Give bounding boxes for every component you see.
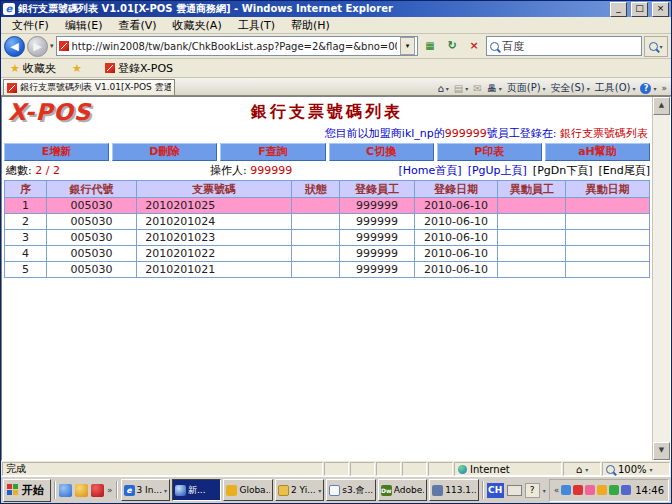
table-cell[interactable] bbox=[292, 214, 340, 230]
menu-item-5[interactable]: 工具(T) bbox=[231, 18, 282, 33]
table-cell[interactable]: 999999 bbox=[340, 198, 414, 214]
add-favorite-button[interactable]: ★ bbox=[66, 60, 96, 77]
table-cell[interactable]: 999999 bbox=[340, 246, 414, 262]
table-cell[interactable]: 2010201024 bbox=[137, 214, 292, 230]
table-cell[interactable]: 2 bbox=[5, 214, 47, 230]
ime-options-icon[interactable]: ▾ bbox=[543, 487, 546, 494]
task-button-3[interactable]: Globa... bbox=[223, 479, 272, 501]
print-dropdown-icon[interactable]: ▾ bbox=[499, 85, 502, 92]
close-button[interactable]: × bbox=[652, 2, 669, 17]
refresh-button[interactable]: ↻ bbox=[442, 36, 462, 57]
stop-button[interactable]: × bbox=[464, 36, 484, 57]
table-cell[interactable] bbox=[498, 198, 566, 214]
table-cell[interactable]: 5 bbox=[5, 262, 47, 278]
quick-launch-overflow-chevron[interactable]: » bbox=[107, 485, 113, 495]
table-cell[interactable]: 4 bbox=[5, 246, 47, 262]
table-cell[interactable]: 005030 bbox=[46, 214, 136, 230]
task-button-5[interactable]: s3.會... bbox=[326, 479, 375, 501]
table-cell[interactable]: 2010-06-10 bbox=[414, 230, 498, 246]
action-button-3[interactable]: F查詢 bbox=[220, 143, 325, 161]
table-cell[interactable] bbox=[292, 230, 340, 246]
search-input[interactable]: 百度 bbox=[486, 36, 642, 56]
table-cell[interactable] bbox=[292, 262, 340, 278]
start-button[interactable]: 开始 bbox=[3, 479, 51, 502]
tab-active[interactable]: 銀行支票號碼列表 V1.01[X-POS 雲通商務網] bbox=[3, 79, 175, 95]
table-cell[interactable]: 3 bbox=[5, 230, 47, 246]
scroll-up-button[interactable]: ▲ bbox=[653, 97, 670, 115]
menu-item-4[interactable]: 收藏夹(A) bbox=[166, 18, 229, 33]
menu-item-1[interactable]: 文件(F) bbox=[5, 18, 56, 33]
history-dropdown-icon[interactable]: ▾ bbox=[50, 42, 54, 50]
table-cell[interactable]: 2010-06-10 bbox=[414, 198, 498, 214]
protected-mode-button[interactable]: ⌂▾ bbox=[563, 462, 601, 476]
table-cell[interactable]: 2010-06-10 bbox=[414, 214, 498, 230]
feeds-dropdown-icon[interactable]: ▾ bbox=[465, 85, 468, 92]
table-cell[interactable] bbox=[498, 246, 566, 262]
language-indicator[interactable]: CH bbox=[487, 483, 504, 498]
action-button-6[interactable]: aH幫助 bbox=[545, 143, 650, 161]
table-cell[interactable]: 005030 bbox=[46, 230, 136, 246]
vertical-scrollbar[interactable]: ▲ ▼ bbox=[652, 97, 670, 460]
table-row[interactable]: 500503020102010219999992010-06-10 bbox=[5, 262, 650, 278]
table-cell[interactable] bbox=[566, 198, 650, 214]
table-cell[interactable]: 2010-06-10 bbox=[414, 246, 498, 262]
task-button-1[interactable]: e3 In...▾ bbox=[121, 479, 170, 501]
table-cell[interactable]: 2010201022 bbox=[137, 246, 292, 262]
home-button[interactable]: ⌂▾ bbox=[437, 83, 448, 94]
page-menu-button[interactable]: 页面(P)▾ bbox=[507, 81, 546, 95]
url-text[interactable]: http://win2008/tw/bank/ChkBookList.asp?P… bbox=[72, 41, 397, 52]
task-button-4[interactable]: 2 Yi...▾ bbox=[275, 479, 324, 501]
table-cell[interactable]: 2010201023 bbox=[137, 230, 292, 246]
safety-menu-button[interactable]: 安全(S)▾ bbox=[551, 81, 590, 95]
task-button-6[interactable]: DwAdobe... bbox=[378, 479, 427, 501]
table-cell[interactable]: 999999 bbox=[340, 230, 414, 246]
command-overflow-chevron[interactable]: » bbox=[661, 83, 667, 93]
table-cell[interactable] bbox=[566, 230, 650, 246]
tray-icon-3[interactable] bbox=[585, 485, 595, 495]
task-button-7[interactable]: 113.1... bbox=[429, 479, 478, 501]
minimize-button[interactable]: _ bbox=[610, 2, 627, 17]
task-group-dropdown-icon[interactable]: ▾ bbox=[164, 487, 167, 494]
table-row[interactable]: 400503020102010229999992010-06-10 bbox=[5, 246, 650, 262]
table-cell[interactable] bbox=[566, 214, 650, 230]
table-cell[interactable]: 2010-06-10 bbox=[414, 262, 498, 278]
ime-help-button[interactable]: ? bbox=[525, 483, 540, 498]
scroll-down-button[interactable]: ▼ bbox=[653, 442, 670, 460]
task-group-dropdown-icon[interactable]: ▾ bbox=[318, 487, 321, 494]
table-cell[interactable] bbox=[566, 262, 650, 278]
tools-menu-button[interactable]: 工具(O)▾ bbox=[595, 81, 636, 95]
compatibility-view-button[interactable]: ▦ bbox=[420, 36, 440, 57]
back-button[interactable]: ◀ bbox=[4, 36, 25, 57]
table-cell[interactable]: 005030 bbox=[46, 198, 136, 214]
table-cell[interactable] bbox=[498, 230, 566, 246]
tray-icon-6[interactable] bbox=[621, 485, 631, 495]
table-cell[interactable] bbox=[498, 214, 566, 230]
print-button[interactable]: 🖶▾ bbox=[487, 83, 502, 94]
keyboard-icon[interactable] bbox=[507, 485, 522, 496]
tray-icon-4[interactable] bbox=[597, 485, 607, 495]
help-menu-button[interactable]: ?▾ bbox=[640, 83, 656, 94]
tray-icon-2[interactable] bbox=[573, 485, 583, 495]
favorite-item-xpos[interactable]: 登錄X-POS bbox=[100, 60, 178, 77]
table-cell[interactable] bbox=[292, 198, 340, 214]
action-button-2[interactable]: D刪除 bbox=[112, 143, 217, 161]
address-input[interactable]: http://win2008/tw/bank/ChkBookList.asp?P… bbox=[56, 36, 418, 56]
action-button-1[interactable]: E增新 bbox=[4, 143, 109, 161]
tray-icon-1[interactable] bbox=[561, 485, 571, 495]
quick-launch-qq-icon[interactable] bbox=[91, 484, 104, 497]
table-cell[interactable]: 2010201025 bbox=[137, 198, 292, 214]
tray-icon-5[interactable] bbox=[609, 485, 619, 495]
feeds-button[interactable]: ▤▾ bbox=[454, 83, 468, 94]
action-button-5[interactable]: P印表 bbox=[437, 143, 542, 161]
menu-item-3[interactable]: 查看(V) bbox=[111, 18, 163, 33]
zoom-control[interactable]: 100%▾ bbox=[602, 462, 670, 476]
search-options-dropdown-icon[interactable]: ▾ bbox=[659, 43, 662, 50]
quick-launch-messenger-icon[interactable] bbox=[75, 484, 88, 497]
maximize-button[interactable]: □ bbox=[631, 2, 648, 17]
table-cell[interactable]: 999999 bbox=[340, 214, 414, 230]
table-cell[interactable]: 2010201021 bbox=[137, 262, 292, 278]
table-cell[interactable] bbox=[498, 262, 566, 278]
home-dropdown-icon[interactable]: ▾ bbox=[446, 85, 449, 92]
table-cell[interactable]: 005030 bbox=[46, 246, 136, 262]
table-cell[interactable]: 005030 bbox=[46, 262, 136, 278]
